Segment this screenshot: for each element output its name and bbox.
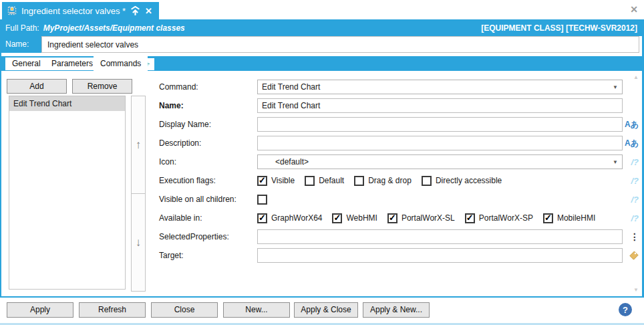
execution-flags-row: Execution flags: Visible Default Drag & … (159, 173, 639, 188)
localization-icon[interactable]: Aあ (625, 119, 639, 130)
checkbox-icon (257, 195, 267, 205)
window-border-left (0, 19, 1, 298)
apply-and-close-button[interactable]: Apply & Close (294, 302, 358, 318)
command-row: Command: Edit Trend Chart ▼ (159, 80, 639, 94)
window-close-icon[interactable]: ✕ (630, 4, 638, 15)
display-name-label: Display Name: (159, 120, 257, 129)
tab-parameters[interactable]: Parameters (45, 58, 100, 70)
command-form: Command: Edit Trend Chart ▼ Name: Displa… (159, 80, 639, 267)
global-alias-icon[interactable]: /? (631, 195, 639, 205)
description-label: Description: (159, 138, 257, 148)
checkbox-icon (543, 213, 553, 223)
command-dropdown-value: Edit Trend Chart (262, 82, 320, 92)
checkbox-label: MobileHMI (557, 213, 595, 223)
checkbox-visible-on-all-children[interactable] (257, 195, 267, 205)
visible-on-all-children-label: Visible on all children: (159, 195, 257, 204)
command-dropdown[interactable]: Edit Trend Chart ▼ (257, 80, 623, 94)
description-input[interactable] (257, 136, 623, 150)
more-options-icon[interactable]: ⋮ (630, 231, 639, 242)
checkbox-directly-accessible[interactable]: Directly accessible (422, 176, 502, 186)
checkbox-icon (422, 176, 432, 186)
checkbox-icon (305, 176, 315, 186)
checkbox-drag-drop[interactable]: Drag & drop (354, 176, 412, 186)
selected-properties-row: SelectedProperties: ⋮ (159, 229, 639, 244)
display-name-row: Display Name: Aあ (159, 117, 639, 132)
remove-command-button[interactable]: Remove (72, 79, 132, 94)
name-label: Name: (0, 36, 41, 53)
global-alias-icon[interactable]: /? (631, 157, 639, 167)
up-arrow-icon: ↑ (136, 138, 142, 152)
checkbox-icon (465, 213, 475, 223)
checkbox-graphworx64[interactable]: GraphWorX64 (257, 213, 322, 223)
command-label: Command: (159, 82, 257, 92)
checkbox-label: Directly accessible (436, 176, 502, 185)
checkbox-label: GraphWorX64 (271, 213, 322, 223)
available-in-row: Available in: GraphWorX64 WebHMI PortalW… (159, 211, 639, 225)
chevron-down-icon: ▼ (613, 159, 618, 165)
checkbox-icon (354, 176, 364, 186)
chevron-down-icon: ▼ (613, 84, 618, 90)
move-down-button[interactable]: ↓ (131, 193, 146, 292)
global-alias-icon[interactable]: /? (631, 213, 639, 223)
checkbox-label: WebHMI (346, 213, 377, 223)
description-row: Description: Aあ (159, 136, 639, 150)
checkbox-icon (387, 213, 397, 223)
tag-icon[interactable] (629, 251, 639, 261)
target-label: Target: (159, 251, 257, 260)
command-name-input[interactable] (257, 98, 623, 113)
document-tab[interactable]: Ingredient selector valves * ✕ (2, 2, 159, 19)
icon-row: Icon: <default> ▼ /? (159, 154, 639, 169)
scroll-down-icon[interactable]: ▼ (633, 287, 639, 293)
refresh-button[interactable]: Refresh (79, 302, 146, 318)
list-item[interactable]: Edit Trend Chart (9, 96, 125, 111)
apply-and-new-button[interactable]: Apply & New... (363, 302, 430, 318)
new-button[interactable]: New... (223, 302, 290, 318)
display-name-input[interactable] (257, 117, 623, 132)
name-row: Name: (0, 36, 644, 53)
selected-properties-label: SelectedProperties: (159, 232, 257, 241)
checkbox-icon (332, 213, 342, 223)
reorder-column: ↑ ↓ (131, 96, 146, 292)
checkbox-portalworx-sp[interactable]: PortalWorX-SP (465, 213, 533, 223)
move-up-button[interactable]: ↑ (131, 96, 146, 194)
name-field-label: Name: (159, 101, 257, 110)
selected-properties-input[interactable] (257, 229, 623, 244)
checkbox-webhmi[interactable]: WebHMI (332, 213, 377, 223)
visible-on-all-children-row: Visible on all children: /? (159, 192, 639, 207)
context-badges: [EQUIPMENT CLASS] [TECHW-SVR2012] (481, 23, 637, 33)
commands-tab-content: Add Remove Edit Trend Chart ↑ ↓ ▲ ▼ Comm… (0, 71, 644, 296)
available-in-label: Available in: (159, 213, 257, 223)
command-list: Edit Trend Chart (9, 96, 126, 290)
document-title: Ingredient selector valves * (21, 6, 126, 16)
tab-general[interactable]: General (5, 58, 47, 70)
icon-label: Icon: (159, 157, 257, 167)
checkbox-portalworx-sl[interactable]: PortalWorX-SL (387, 213, 455, 223)
checkbox-icon (257, 176, 267, 186)
checkbox-label: Drag & drop (368, 176, 412, 185)
target-input[interactable] (257, 248, 623, 263)
checkbox-icon (257, 213, 267, 223)
footer-bar: Apply Refresh Close New... Apply & Close… (0, 298, 644, 323)
global-alias-icon[interactable]: /? (631, 176, 639, 186)
localization-icon[interactable]: Aあ (625, 138, 639, 149)
icon-dropdown-value: <default> (275, 157, 309, 167)
checkbox-label: Visible (271, 176, 295, 185)
help-icon[interactable]: ? (619, 303, 632, 316)
equipment-class-icon (7, 6, 17, 15)
document-close-icon[interactable]: ✕ (145, 6, 152, 16)
checkbox-visible[interactable]: Visible (257, 176, 295, 186)
checkbox-mobilehmi[interactable]: MobileHMI (543, 213, 595, 223)
name-input[interactable] (41, 36, 639, 53)
float-up-icon[interactable] (130, 6, 140, 16)
apply-button[interactable]: Apply (7, 302, 73, 318)
icon-dropdown[interactable]: <default> ▼ (257, 154, 623, 169)
close-button[interactable]: Close (151, 302, 218, 318)
add-command-button[interactable]: Add (7, 79, 67, 94)
tab-commands[interactable]: Commands (94, 55, 148, 74)
checkbox-default[interactable]: Default (305, 176, 344, 186)
full-path-label: Full Path: (5, 23, 39, 33)
name-field-row: Name: (159, 98, 639, 113)
full-path-bar: Full Path: MyProject/Assets/Equipment cl… (0, 19, 644, 36)
checkbox-label: PortalWorX-SL (401, 213, 455, 223)
target-row: Target: (159, 248, 639, 263)
